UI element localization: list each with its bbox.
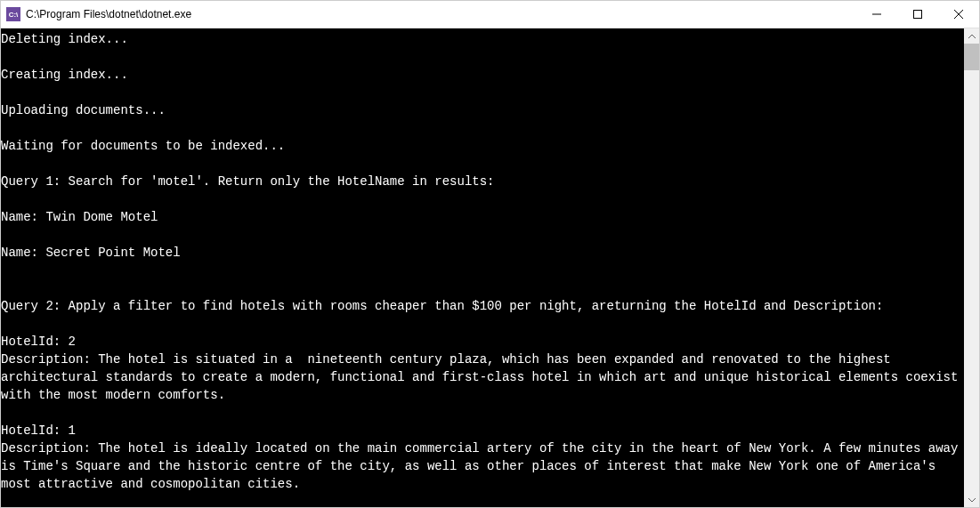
vertical-scrollbar[interactable] — [964, 28, 979, 507]
title-bar[interactable]: C:\ C:\Program Files\dotnet\dotnet.exe — [1, 1, 979, 28]
close-icon — [954, 10, 963, 19]
scroll-track[interactable] — [964, 44, 979, 492]
window-controls — [856, 1, 979, 28]
chevron-up-icon — [968, 35, 976, 38]
console-output[interactable]: Deleting index... Creating index... Uplo… — [1, 28, 964, 507]
scroll-down-button[interactable] — [964, 492, 979, 507]
console-window: C:\ C:\Program Files\dotnet\dotnet.exe D… — [0, 0, 980, 508]
scroll-up-button[interactable] — [964, 28, 979, 44]
svg-rect-1 — [914, 11, 922, 19]
scroll-thumb[interactable] — [964, 44, 979, 70]
minimize-icon — [872, 10, 881, 19]
console-area: Deleting index... Creating index... Uplo… — [1, 28, 979, 507]
app-icon: C:\ — [6, 7, 20, 21]
minimize-button[interactable] — [856, 1, 897, 28]
chevron-down-icon — [968, 498, 976, 502]
close-button[interactable] — [938, 1, 979, 28]
maximize-button[interactable] — [897, 1, 938, 28]
window-title: C:\Program Files\dotnet\dotnet.exe — [26, 8, 856, 20]
maximize-icon — [913, 10, 922, 19]
